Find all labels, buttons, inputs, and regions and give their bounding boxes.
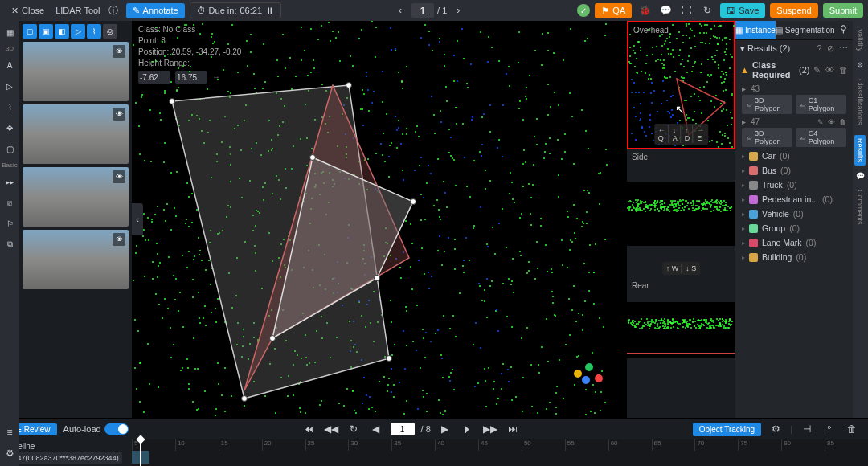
eye-icon[interactable]: 👁	[825, 65, 834, 76]
object-47[interactable]: ▸ 47✎👁🗑 ▱ 3D Polygon ▱ C4 Polygon	[735, 116, 853, 149]
gear-icon[interactable]: ⚙	[2, 445, 18, 461]
edit-icon[interactable]: ✎	[817, 118, 824, 126]
skip-start-icon[interactable]: ⏮	[301, 421, 317, 437]
frame-next-icon[interactable]: ▶	[437, 421, 453, 437]
rear-view[interactable]: Rear	[627, 278, 735, 418]
camera-thumb-2[interactable]: 👁	[23, 104, 129, 164]
camera-thumb-1[interactable]: 👁	[23, 42, 129, 101]
thumbtool-target[interactable]: ◎	[103, 24, 117, 39]
timeline-filename[interactable]: ▣ 47(0082a370***387ec2792344)	[5, 452, 122, 464]
settings-icon[interactable]: ⚙	[768, 421, 784, 437]
lock-icon[interactable]: ⊘	[827, 43, 834, 54]
info-icon[interactable]: ⓘ	[105, 2, 121, 18]
suspend-button[interactable]: Suspend	[770, 3, 817, 18]
delete-icon[interactable]: 🗑	[839, 65, 848, 76]
category-building[interactable]: ▸Building (0)	[735, 250, 853, 264]
thumbtool-3[interactable]: ◧	[55, 24, 69, 39]
submit-button[interactable]: Submit	[823, 3, 863, 18]
step-back-icon[interactable]: ◀◀	[323, 421, 339, 437]
waveform-icon[interactable]: ⫯	[821, 421, 837, 437]
bug-icon[interactable]: 🐞	[637, 2, 653, 18]
category-lane mark[interactable]: ▸Lane Mark (0)	[735, 235, 853, 250]
object-43[interactable]: ▸ 43 ▱ 3D Polygon ▱ C1 Polygon	[735, 83, 853, 116]
tool-cube-icon[interactable]: ▦	[2, 24, 18, 40]
qa-button[interactable]: ⚑ QA	[595, 3, 632, 18]
vertex[interactable]	[346, 82, 352, 88]
vertex[interactable]	[169, 98, 175, 104]
tool-filter-icon[interactable]: ⎚	[2, 194, 18, 211]
annotate-button[interactable]: ✎ Annotate	[126, 3, 185, 18]
layers-icon[interactable]: ≡	[2, 424, 18, 440]
tab-segmentation[interactable]: ▤ Segmentation	[776, 21, 835, 39]
tool-skip-icon[interactable]: ▸▸	[2, 174, 18, 190]
axis-gizmo[interactable]	[571, 362, 603, 394]
side-view[interactable]: Side ↑ W ↓ S	[627, 149, 735, 278]
expand-icon[interactable]: ⛶	[678, 2, 694, 18]
rail-validity[interactable]: Validity	[854, 26, 866, 55]
rail-comments[interactable]: Comments	[854, 186, 866, 228]
thumbtool-4[interactable]: ▷	[71, 24, 85, 39]
tool-flag-icon[interactable]: ⚐	[2, 215, 18, 231]
category-bus[interactable]: ▸Bus (0)	[735, 163, 853, 178]
frame-prev-icon[interactable]: ◀	[368, 421, 384, 437]
comment-icon[interactable]: 💬	[657, 2, 674, 18]
delete-icon[interactable]: 🗑	[839, 118, 846, 126]
skip-end-icon[interactable]: ⏭	[505, 421, 521, 437]
thumbtool-5[interactable]: ⌇	[87, 24, 101, 39]
vertex[interactable]	[309, 154, 316, 161]
help-icon[interactable]: ?	[817, 43, 821, 54]
class-required-row[interactable]: ▲ Class Required (2) ✎👁🗑	[735, 57, 853, 83]
tool-copy-icon[interactable]: ⧉	[2, 236, 18, 252]
key-e[interactable]: → E	[694, 125, 706, 143]
playhead[interactable]	[140, 439, 141, 466]
tool-polyline-icon[interactable]: ⌇	[2, 99, 18, 115]
tool-box-icon[interactable]: ▢	[2, 141, 18, 157]
vertex[interactable]	[374, 275, 380, 281]
key-d[interactable]: ↑ D	[682, 125, 693, 143]
tool-move-icon[interactable]: ✥	[2, 120, 18, 136]
frame-input[interactable]	[391, 423, 415, 435]
save-button[interactable]: 🖫 Save	[720, 3, 765, 18]
timeline-track[interactable]: 510152025303540455055606570758085	[132, 439, 868, 466]
vertex[interactable]	[386, 355, 392, 362]
gear-icon[interactable]: ⚙	[857, 61, 863, 69]
pager-prev-icon[interactable]: ‹	[392, 2, 408, 18]
rail-results[interactable]: Results	[854, 135, 866, 166]
category-truck[interactable]: ▸Truck (0)	[735, 178, 853, 192]
category-pedestrian in...[interactable]: ▸Pedestrian in... (0)	[735, 192, 853, 206]
edit-icon[interactable]: ✎	[813, 65, 821, 76]
tool-play-icon[interactable]: ▷	[2, 78, 18, 94]
chip-3d-polygon[interactable]: ▱ 3D Polygon	[742, 95, 792, 114]
align-icon[interactable]: ⊣	[799, 421, 815, 437]
refresh-icon[interactable]: ↻	[699, 2, 715, 18]
eye-icon[interactable]: 👁	[828, 118, 835, 126]
step-fwd-icon[interactable]: ▶▶	[482, 421, 498, 437]
category-vehicle[interactable]: ▸Vehicle (0)	[735, 206, 853, 221]
tab-instance[interactable]: ▦ Instance	[735, 21, 776, 39]
category-car[interactable]: ▸Car (0)	[735, 149, 853, 163]
camera-thumb-3[interactable]: 👁	[23, 167, 129, 227]
autoload-toggle[interactable]	[104, 423, 129, 435]
overhead-view[interactable]: Overhead ↖ ← Q ↓ A ↑ D → E	[627, 21, 735, 149]
replay-icon[interactable]: ↻	[346, 421, 362, 437]
vertex[interactable]	[269, 335, 276, 341]
rail-classifications[interactable]: Classifications	[854, 76, 866, 129]
close-button[interactable]: ✕ Close	[5, 3, 51, 18]
key-s[interactable]: ↓ S	[683, 264, 698, 273]
eye-icon[interactable]: 👁	[113, 45, 125, 58]
key-q[interactable]: ← Q	[656, 125, 669, 143]
trash-icon[interactable]: 🗑	[844, 421, 860, 437]
pager-input[interactable]	[411, 3, 434, 18]
camera-thumb-4[interactable]: 👁	[23, 230, 129, 289]
category-group[interactable]: ▸Group (0)	[735, 221, 853, 235]
main-3d-viewport[interactable]: Class: No Class Point: 8 Position: 20.59…	[132, 21, 627, 418]
vertex[interactable]	[241, 395, 248, 402]
chip-c1-polygon[interactable]: ▱ C1 Polygon	[796, 95, 846, 114]
chat-icon[interactable]: 💬	[856, 172, 865, 180]
eye-icon[interactable]: 👁	[113, 108, 125, 121]
tool-text-icon[interactable]: A	[2, 57, 18, 73]
key-w[interactable]: ↑ W	[664, 264, 682, 273]
thumbtool-2[interactable]: ▣	[39, 24, 53, 39]
more-icon[interactable]: ⋯	[839, 43, 848, 54]
chip-3d-polygon[interactable]: ▱ 3D Polygon	[742, 128, 792, 147]
